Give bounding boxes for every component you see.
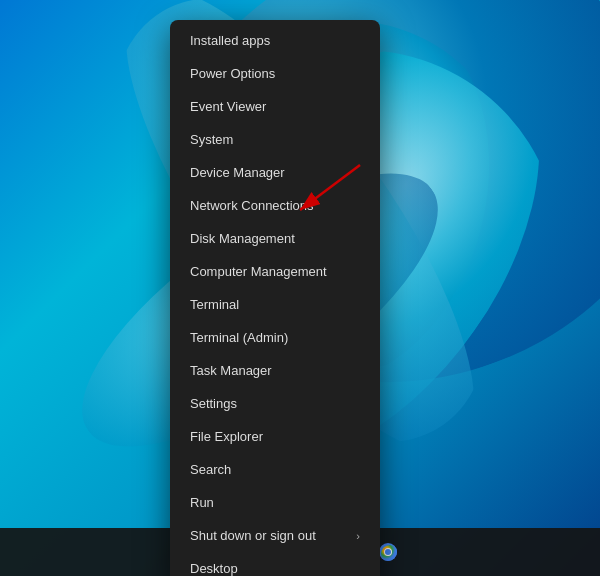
submenu-chevron-icon: › — [356, 530, 360, 542]
menu-item-label: Device Manager — [190, 165, 285, 180]
menu-item-settings[interactable]: Settings — [170, 387, 380, 420]
menu-item-label: System — [190, 132, 233, 147]
menu-item-label: Desktop — [190, 561, 238, 576]
menu-item-task-manager[interactable]: Task Manager — [170, 354, 380, 387]
menu-item-label: Run — [190, 495, 214, 510]
svg-point-22 — [385, 549, 391, 555]
menu-item-label: Installed apps — [190, 33, 270, 48]
menu-item-device-manager[interactable]: Device Manager — [170, 156, 380, 189]
menu-item-system[interactable]: System — [170, 123, 380, 156]
menu-item-event-viewer[interactable]: Event Viewer — [170, 90, 380, 123]
menu-item-terminal-(admin)[interactable]: Terminal (Admin) — [170, 321, 380, 354]
menu-item-label: Computer Management — [190, 264, 327, 279]
menu-item-label: Power Options — [190, 66, 275, 81]
menu-item-network-connections[interactable]: Network Connections — [170, 189, 380, 222]
menu-item-desktop[interactable]: Desktop — [170, 552, 380, 576]
menu-item-search[interactable]: Search — [170, 453, 380, 486]
menu-item-label: Terminal — [190, 297, 239, 312]
menu-item-computer-management[interactable]: Computer Management — [170, 255, 380, 288]
menu-item-file-explorer[interactable]: File Explorer — [170, 420, 380, 453]
menu-item-label: Task Manager — [190, 363, 272, 378]
menu-item-label: Shut down or sign out — [190, 528, 316, 543]
context-menu: Installed appsPower OptionsEvent ViewerS… — [170, 20, 380, 576]
menu-item-label: Settings — [190, 396, 237, 411]
menu-item-shut-down-or-sign-out[interactable]: Shut down or sign out› — [170, 519, 380, 552]
menu-item-label: Disk Management — [190, 231, 295, 246]
menu-item-label: Search — [190, 462, 231, 477]
menu-item-installed-apps[interactable]: Installed apps — [170, 24, 380, 57]
menu-item-label: File Explorer — [190, 429, 263, 444]
menu-item-power-options[interactable]: Power Options — [170, 57, 380, 90]
menu-item-label: Event Viewer — [190, 99, 266, 114]
menu-item-terminal[interactable]: Terminal — [170, 288, 380, 321]
menu-item-label: Network Connections — [190, 198, 314, 213]
menu-item-label: Terminal (Admin) — [190, 330, 288, 345]
menu-item-disk-management[interactable]: Disk Management — [170, 222, 380, 255]
menu-item-run[interactable]: Run — [170, 486, 380, 519]
